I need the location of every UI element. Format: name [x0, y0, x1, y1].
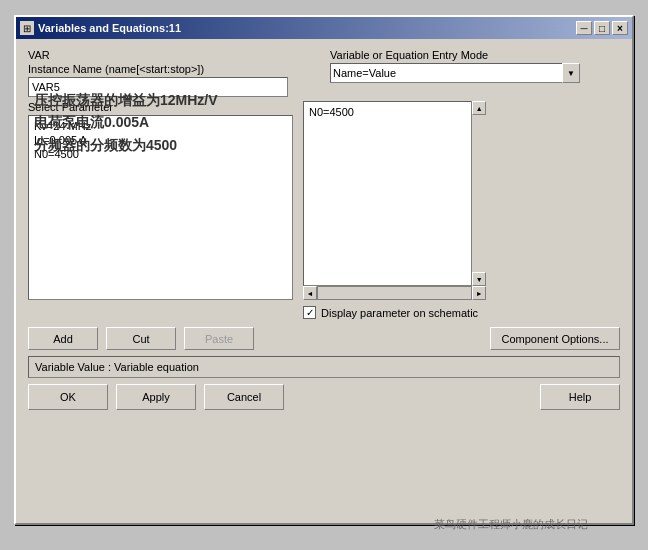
status-bar: Variable Value : Variable equation — [28, 356, 620, 378]
scroll-down-button[interactable]: ▼ — [472, 272, 486, 286]
window-title: Variables and Equations:11 — [38, 22, 181, 34]
middle-row: Select Parameter Kv=24 MHz Id=0.005 A N0… — [28, 101, 620, 319]
cancel-button[interactable]: Cancel — [204, 384, 284, 410]
bottom-left-buttons: OK Apply Cancel — [28, 384, 284, 410]
horizontal-scrollbar-row: ◄ ► — [303, 286, 486, 300]
bottom-buttons-row: OK Apply Cancel Help — [28, 384, 620, 410]
component-options-button[interactable]: Component Options... — [490, 327, 620, 350]
left-section: VAR Instance Name (name[<start:stop>]) — [28, 49, 308, 97]
apply-button[interactable]: Apply — [116, 384, 196, 410]
title-bar-buttons: ─ □ × — [576, 21, 628, 35]
cut-button[interactable]: Cut — [106, 327, 176, 350]
instance-name-input[interactable] — [28, 77, 288, 97]
scroll-right-button[interactable]: ► — [472, 286, 486, 300]
list-item[interactable]: Id=0.005 A — [32, 133, 289, 147]
entry-mode-label: Variable or Equation Entry Mode — [330, 49, 620, 61]
display-param-row: ✓ Display parameter on schematic — [303, 306, 486, 319]
select-param-section: Select Parameter Kv=24 MHz Id=0.005 A N0… — [28, 101, 293, 319]
add-button[interactable]: Add — [28, 327, 98, 350]
top-row: VAR Instance Name (name[<start:stop>]) V… — [28, 49, 620, 97]
scroll-track — [472, 115, 486, 272]
help-button[interactable]: Help — [540, 384, 620, 410]
maximize-button[interactable]: □ — [594, 21, 610, 35]
entry-mode-dropdown[interactable]: Name=Value — [330, 63, 580, 83]
display-param-label: Display parameter on schematic — [321, 307, 478, 319]
select-param-label: Select Parameter — [28, 101, 293, 113]
close-button[interactable]: × — [612, 21, 628, 35]
window-body: VAR Instance Name (name[<start:stop>]) V… — [16, 39, 632, 420]
scroll-up-button[interactable]: ▲ — [472, 101, 486, 115]
title-bar-left: ⊞ Variables and Equations:11 — [20, 21, 181, 35]
right-section: Variable or Equation Entry Mode Name=Val… — [330, 49, 620, 83]
var-label: VAR — [28, 49, 308, 61]
dropdown-wrapper: Name=Value ▼ — [330, 63, 580, 83]
paste-button[interactable]: Paste — [184, 327, 254, 350]
vertical-scrollbar[interactable]: ▲ ▼ — [471, 101, 486, 286]
right-panel: N0=4500 ▲ ▼ ◄ ► ✓ — [303, 101, 486, 319]
display-param-container: ✓ Display parameter on schematic — [303, 306, 478, 319]
action-buttons-row: Add Cut Paste Component Options... — [28, 327, 620, 350]
h-scroll-track — [317, 286, 472, 300]
minimize-button[interactable]: ─ — [576, 21, 592, 35]
status-text: Variable Value : Variable equation — [35, 361, 199, 373]
instance-name-label: Instance Name (name[<start:stop>]) — [28, 63, 308, 75]
scroll-left-button[interactable]: ◄ — [303, 286, 317, 300]
param-list-box[interactable]: Kv=24 MHz Id=0.005 A N0=4500 — [28, 115, 293, 300]
list-item[interactable]: N0=4500 — [32, 147, 289, 161]
equation-item[interactable]: N0=4500 — [307, 105, 482, 119]
equation-list-container: N0=4500 ▲ ▼ — [303, 101, 486, 286]
main-window: ⊞ Variables and Equations:11 ─ □ × VAR I… — [14, 15, 634, 525]
ok-button[interactable]: OK — [28, 384, 108, 410]
window-icon: ⊞ — [20, 21, 34, 35]
equation-list-box[interactable]: N0=4500 — [303, 101, 486, 286]
display-param-checkbox[interactable]: ✓ — [303, 306, 316, 319]
title-bar: ⊞ Variables and Equations:11 ─ □ × — [16, 17, 632, 39]
list-item[interactable]: Kv=24 MHz — [32, 119, 289, 133]
